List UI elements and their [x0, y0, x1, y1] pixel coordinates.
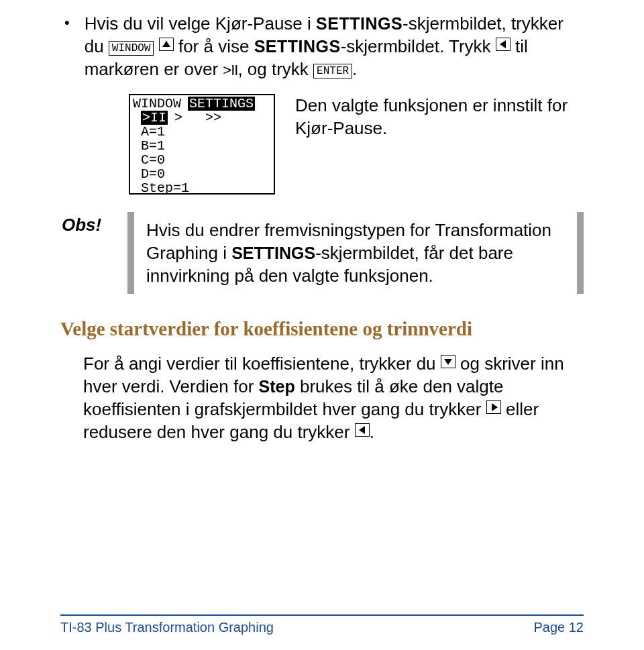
- play-pause-symbol: >II: [223, 62, 237, 78]
- text: for å vise: [174, 36, 254, 56]
- window-key: WINDOW: [109, 41, 154, 56]
- calc-row: A=1: [133, 125, 271, 139]
- calc-mode-selected: >II: [141, 111, 168, 125]
- settings-label: SETTINGS: [231, 243, 315, 262]
- enter-key: ENTER: [313, 64, 352, 78]
- calc-mode-option: >>: [205, 111, 221, 125]
- calc-settings-label: SETTINGS: [188, 97, 255, 111]
- calculator-screen: WINDOW SETTINGS >II > >> A=1 B=1 C=0 D=0…: [129, 94, 275, 195]
- calc-window-label: WINDOW: [133, 97, 181, 111]
- left-arrow-key-icon: [355, 423, 370, 437]
- text: .: [370, 422, 374, 442]
- settings-label: SETTINGS: [254, 37, 341, 56]
- calc-value: C=0: [141, 152, 165, 168]
- left-arrow-key-icon: [496, 38, 511, 51]
- step-label: Step: [259, 377, 295, 396]
- screenshot-row: WINDOW SETTINGS >II > >> A=1 B=1 C=0 D=0…: [129, 94, 584, 195]
- note-box: Hvis du endrer fremvisningstypen for Tra…: [127, 212, 584, 294]
- text: , og trykk: [237, 59, 313, 79]
- page-number: Page 12: [533, 620, 584, 635]
- calc-header-line: WINDOW SETTINGS: [133, 97, 271, 111]
- section-heading: Velge startverdier for koeffisientene og…: [60, 318, 584, 340]
- note-label: Obs!: [62, 215, 101, 235]
- bullet-marker: •: [64, 12, 70, 82]
- bullet-item: • Hvis du vil velge Kjør-Pause i SETTING…: [60, 12, 584, 82]
- calc-value: D=0: [141, 166, 165, 182]
- note-block: Obs! Hvis du endrer fremvisningstypen fo…: [127, 212, 584, 294]
- text: For å angi verdier til koeffisientene, t…: [83, 354, 441, 374]
- calc-row: Step=1: [133, 181, 271, 195]
- note-text: Hvis du endrer fremvisningstypen for Tra…: [146, 219, 565, 287]
- screen-caption: Den valgte funksjonen er innstilt for Kj…: [295, 94, 584, 140]
- page-footer: TI-83 Plus Transformation Graphing Page …: [60, 614, 584, 635]
- calc-value: Step=1: [141, 180, 189, 196]
- calc-row: C=0: [133, 153, 271, 167]
- up-arrow-key-icon: [159, 38, 174, 51]
- text: .: [352, 59, 357, 79]
- calc-row: B=1: [133, 139, 271, 153]
- calc-mode-option: >: [174, 111, 182, 125]
- calc-value: A=1: [141, 124, 165, 140]
- bullet-text: Hvis du vil velge Kjør-Pause i SETTINGS-…: [85, 12, 584, 82]
- text: -skjermbildet. Trykk: [341, 36, 496, 56]
- page-root: • Hvis du vil velge Kjør-Pause i SETTING…: [0, 0, 644, 650]
- calc-row: D=0: [133, 167, 271, 181]
- footer-title: TI-83 Plus Transformation Graphing: [60, 620, 274, 635]
- text: Hvis du vil velge Kjør-Pause i: [85, 13, 316, 34]
- calc-mode-line: >II > >>: [133, 111, 271, 125]
- calc-value: B=1: [141, 138, 165, 154]
- body-paragraph: For å angi verdier til koeffisientene, t…: [83, 352, 584, 443]
- right-arrow-key-icon: [486, 400, 501, 414]
- down-arrow-key-icon: [441, 355, 455, 368]
- settings-label: SETTINGS: [316, 14, 402, 33]
